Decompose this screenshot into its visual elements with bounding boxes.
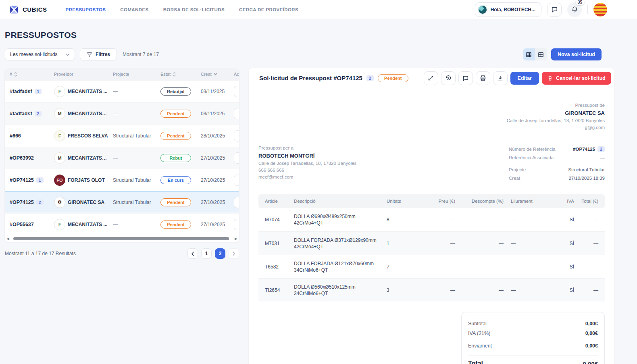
provider-avatar: F bbox=[54, 219, 65, 230]
provider-avatar: FO bbox=[54, 175, 65, 186]
grid-view-button[interactable] bbox=[535, 48, 547, 60]
meta-label: Número de Referència bbox=[509, 147, 556, 152]
item-vat: SÍ bbox=[548, 287, 574, 293]
prev-page-button[interactable] bbox=[187, 248, 198, 259]
table-row[interactable]: #fadfadsf 1 F MECANITZATS ... — Rebutjat… bbox=[5, 80, 239, 102]
item-total: — bbox=[574, 241, 598, 246]
row-actions-button[interactable] bbox=[234, 175, 239, 186]
item-units: 3 bbox=[387, 287, 419, 293]
page-button-2[interactable]: 2 bbox=[215, 248, 225, 259]
page-button-1[interactable]: 1 bbox=[201, 248, 212, 259]
download-button[interactable] bbox=[493, 71, 508, 85]
totals-row: Subtotal 0,00€ bbox=[468, 319, 598, 329]
item-vat: SÍ bbox=[548, 241, 574, 246]
item-total: — bbox=[574, 217, 598, 223]
user-avatar bbox=[478, 5, 487, 15]
meta-label: Projecte bbox=[509, 167, 526, 172]
edit-button[interactable]: Editar bbox=[510, 72, 539, 85]
column-price: Preu (€) bbox=[419, 199, 455, 204]
column-project: Projecte bbox=[108, 72, 156, 77]
row-actions-button[interactable] bbox=[234, 130, 239, 141]
nav-item[interactable]: CERCA DE PROVEÏDORS bbox=[239, 7, 298, 12]
topbar-right: Hola, ROBOTECH... 35 bbox=[475, 2, 607, 17]
row-actions-button[interactable] bbox=[234, 152, 239, 164]
meta-row: Projecte Structural Tubular bbox=[509, 165, 605, 174]
new-request-button[interactable]: Nova sol·licitud bbox=[551, 48, 602, 60]
scroll-right-arrow[interactable]: ▶ bbox=[235, 237, 237, 241]
main-nav: PRESSUPOSTOSCOMANDESBORSA DE SOL·LICITUD… bbox=[66, 7, 475, 12]
item-delivery: — bbox=[504, 264, 548, 270]
table-row[interactable]: #OP63992 M MECANITZATS J... — Rebut 27/1… bbox=[5, 147, 239, 169]
table-row[interactable]: #OP74125 2 ⚙ GIRONATEC SA Structural Tub… bbox=[5, 191, 239, 213]
provider-name: FORJATS OLOT bbox=[68, 177, 105, 183]
total-value: 0,00€ bbox=[583, 360, 598, 364]
meta-value: #OP741252 bbox=[573, 146, 605, 152]
row-actions-button[interactable] bbox=[234, 219, 239, 230]
row-actions-button[interactable] bbox=[234, 86, 239, 97]
customer-block: Pressupost per a ROBOTECH MONTGRÍ Calle … bbox=[258, 145, 356, 182]
row-actions-button[interactable] bbox=[234, 108, 239, 119]
showing-count: Mostrant 7 de 17 bbox=[123, 52, 159, 57]
nav-item[interactable]: COMANDES bbox=[120, 7, 148, 12]
item-units: 7 bbox=[387, 264, 419, 270]
revision-badge: 2 bbox=[366, 75, 374, 81]
table-row[interactable]: #OP74125 1 FO FORJATS OLOT Structural Tu… bbox=[5, 169, 239, 191]
provider-avatar: F bbox=[54, 86, 65, 97]
expand-button[interactable] bbox=[424, 71, 438, 85]
row-actions-button[interactable] bbox=[234, 197, 239, 208]
item-row: M7074 DOLLA Ø690xØ489x250mm 42CrMo4+QT 8… bbox=[258, 208, 605, 231]
meta-row: Creat 27/10/2025 18:39 bbox=[509, 174, 605, 182]
customer-address: Calle de Josep Tarradellas, 18, 17820 Ba… bbox=[258, 160, 356, 167]
totals-value: 0,00€ bbox=[585, 321, 598, 327]
provider-name: GIRONATEC SA bbox=[68, 200, 104, 205]
brand-name: CUBICS bbox=[23, 6, 47, 13]
language-selector-flag[interactable] bbox=[593, 3, 607, 17]
download-icon bbox=[497, 75, 504, 81]
nav-item[interactable]: BORSA DE SOL·LICITUDS bbox=[163, 7, 225, 12]
column-created[interactable]: Creat bbox=[196, 72, 229, 77]
user-menu-button[interactable]: Hola, ROBOTECH... bbox=[475, 2, 541, 17]
table-row[interactable]: #666 F FRESCOS SELVA Structural Tubular … bbox=[5, 125, 239, 147]
status-badge: En curs bbox=[160, 176, 191, 184]
next-page-button[interactable] bbox=[229, 248, 239, 259]
topbar: CUBICS PRESSUPOSTOSCOMANDESBORSA DE SOL·… bbox=[0, 0, 637, 19]
view-toggle bbox=[523, 48, 547, 60]
history-button[interactable] bbox=[441, 71, 456, 85]
column-units: Unitats bbox=[387, 199, 419, 204]
comments-button[interactable] bbox=[458, 71, 473, 85]
table-row[interactable]: #fadfadsf 2 M MECANITZATS J... — Pendent… bbox=[5, 102, 239, 125]
table-view-button[interactable] bbox=[523, 48, 535, 60]
customer-email: mecf@mecf.com bbox=[258, 174, 356, 181]
item-article: M7031 bbox=[265, 241, 294, 246]
customer-name: ROBOTECH MONTGRÍ bbox=[258, 152, 356, 159]
item-vat: SÍ bbox=[548, 217, 574, 223]
requests-panel: # Proveïdor Projecte Estat Creat Accions bbox=[5, 68, 239, 259]
item-article: T6582 bbox=[265, 264, 294, 270]
detail-header: Sol·licitud de Pressupost #OP74125 2 Pen… bbox=[249, 68, 614, 88]
notifications-button[interactable]: 35 bbox=[567, 2, 582, 17]
customer-label: Pressupost per a bbox=[258, 145, 356, 152]
scope-select[interactable]: Les meves sol·licituds bbox=[5, 48, 75, 60]
detail-body: Pressupost de GIRONATEC SA Calle de Jose… bbox=[249, 88, 614, 364]
chat-icon bbox=[462, 75, 469, 81]
cancel-request-button[interactable]: Cancel·lar sol·licitud bbox=[542, 72, 611, 85]
scrollbar-thumb[interactable] bbox=[13, 237, 229, 240]
totals-row: IVA (21%) 0,00€ bbox=[468, 329, 598, 338]
totals-row: Enviament 0,00€ bbox=[468, 338, 598, 351]
nav-item[interactable]: PRESSUPOSTOS bbox=[66, 7, 106, 12]
print-button[interactable] bbox=[476, 71, 490, 85]
column-provider: Proveïdor bbox=[49, 72, 108, 77]
chat-button[interactable] bbox=[547, 3, 562, 17]
status-badge: Rebutjat bbox=[160, 87, 191, 96]
status-badge: Pendent bbox=[160, 220, 191, 229]
item-price: — bbox=[419, 241, 455, 246]
scroll-left-arrow[interactable]: ◀ bbox=[6, 237, 9, 241]
table-row[interactable]: #OP55637 F MECANITZATS ... — Pendent 27/… bbox=[5, 213, 239, 235]
scrollbar-track[interactable] bbox=[11, 237, 233, 240]
parties-row: Pressupost per a ROBOTECH MONTGRÍ Calle … bbox=[258, 145, 605, 182]
column-id[interactable]: # bbox=[5, 72, 49, 77]
meta-value: — bbox=[600, 155, 605, 160]
brand[interactable]: CUBICS bbox=[9, 4, 47, 15]
column-status[interactable]: Estat bbox=[156, 72, 196, 77]
filters-button[interactable]: Filtres bbox=[80, 48, 117, 60]
